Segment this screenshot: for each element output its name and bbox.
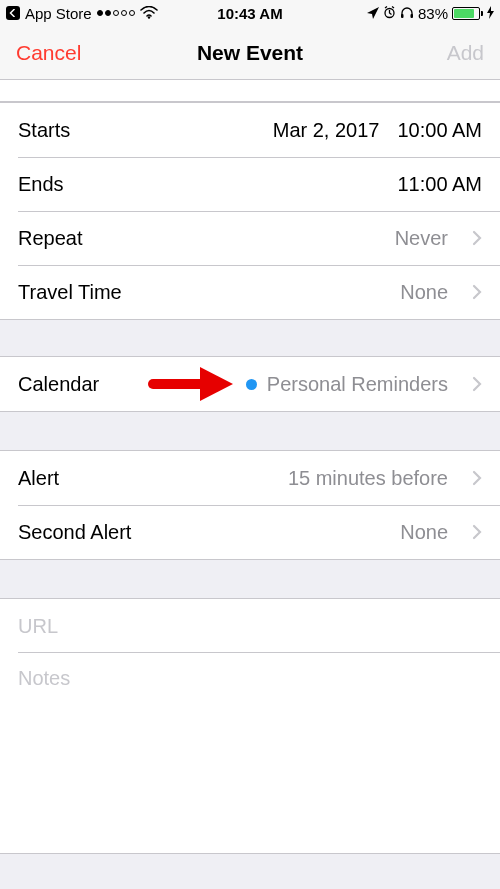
starts-row[interactable]: Starts Mar 2, 2017 10:00 AM	[0, 103, 500, 157]
second-alert-row[interactable]: Second Alert None	[0, 505, 500, 559]
alert-label: Alert	[18, 467, 59, 490]
url-field[interactable]: URL	[0, 599, 500, 653]
back-to-app-icon[interactable]	[6, 6, 20, 20]
alarm-icon	[383, 5, 396, 22]
cancel-button[interactable]: Cancel	[16, 41, 81, 65]
wifi-icon	[140, 5, 158, 22]
alert-row[interactable]: Alert 15 minutes before	[0, 451, 500, 505]
svg-point-0	[148, 16, 150, 18]
ends-time: 11:00 AM	[397, 173, 482, 196]
repeat-row[interactable]: Repeat Never	[0, 211, 500, 265]
repeat-value: Never	[395, 227, 448, 250]
chevron-right-icon	[472, 524, 482, 540]
add-button[interactable]: Add	[447, 41, 484, 65]
svg-rect-2	[401, 14, 404, 18]
calendar-color-dot-icon	[246, 379, 257, 390]
bottom-spacer	[0, 853, 500, 889]
location-icon	[367, 5, 379, 22]
url-placeholder: URL	[18, 615, 58, 638]
page-title: New Event	[197, 41, 303, 65]
dates-group: Starts Mar 2, 2017 10:00 AM Ends 11:00 A…	[0, 102, 500, 320]
ends-label: Ends	[18, 173, 64, 196]
previous-section-peek	[0, 80, 500, 102]
starts-date: Mar 2, 2017	[273, 119, 380, 142]
starts-label: Starts	[18, 119, 70, 142]
nav-bar: Cancel New Event Add	[0, 26, 500, 80]
second-alert-value: None	[400, 521, 448, 544]
travel-time-label: Travel Time	[18, 281, 122, 304]
url-notes-group: URL Notes	[0, 598, 500, 854]
signal-dots-icon	[97, 10, 135, 16]
alert-value: 15 minutes before	[288, 467, 448, 490]
chevron-right-icon	[472, 284, 482, 300]
status-left: App Store	[6, 5, 217, 22]
status-time: 10:43 AM	[217, 5, 282, 22]
battery-icon	[452, 7, 483, 20]
alert-group: Alert 15 minutes before Second Alert Non…	[0, 450, 500, 560]
headphones-icon	[400, 5, 414, 22]
calendar-label: Calendar	[18, 373, 99, 396]
battery-pct: 83%	[418, 5, 448, 22]
chevron-right-icon	[472, 470, 482, 486]
calendar-value: Personal Reminders	[267, 373, 448, 396]
status-right: 83%	[283, 5, 494, 22]
status-bar: App Store 10:43 AM 83%	[0, 0, 500, 26]
charging-icon	[487, 5, 494, 22]
chevron-right-icon	[472, 376, 482, 392]
repeat-label: Repeat	[18, 227, 83, 250]
calendar-group: Calendar Personal Reminders	[0, 356, 500, 412]
svg-rect-3	[410, 14, 413, 18]
travel-time-value: None	[400, 281, 448, 304]
ends-row[interactable]: Ends 11:00 AM	[0, 157, 500, 211]
notes-field[interactable]: Notes	[0, 653, 500, 853]
travel-time-row[interactable]: Travel Time None	[0, 265, 500, 319]
chevron-right-icon	[472, 230, 482, 246]
starts-time: 10:00 AM	[397, 119, 482, 142]
second-alert-label: Second Alert	[18, 521, 131, 544]
back-to-app-label[interactable]: App Store	[25, 5, 92, 22]
notes-placeholder: Notes	[18, 667, 70, 689]
calendar-row[interactable]: Calendar Personal Reminders	[0, 357, 500, 411]
